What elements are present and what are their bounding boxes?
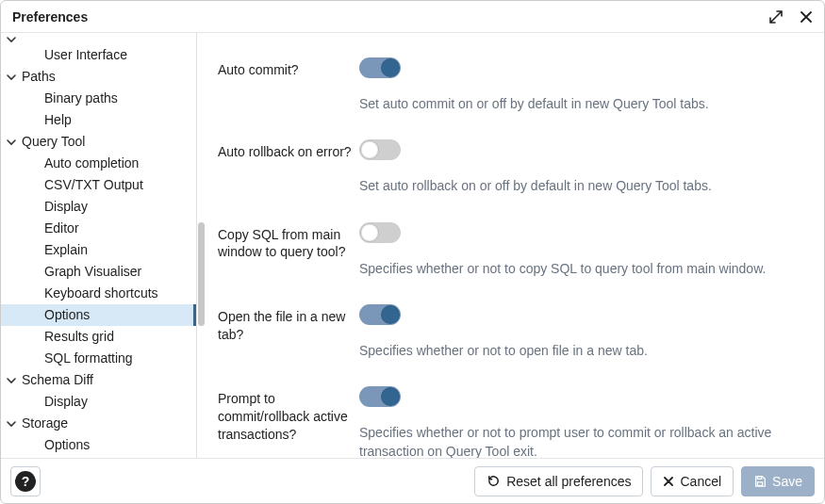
sidebar-item-schema-diff[interactable]: Schema Diff bbox=[1, 369, 196, 391]
chevron-down-icon[interactable] bbox=[5, 376, 18, 385]
toggle[interactable] bbox=[359, 386, 401, 407]
chevron-down-icon[interactable] bbox=[5, 138, 18, 147]
save-icon bbox=[753, 475, 767, 488]
save-label: Save bbox=[772, 474, 802, 489]
setting-description: Specifies whether or not to copy SQL to … bbox=[359, 259, 803, 278]
save-button[interactable]: Save bbox=[741, 466, 815, 496]
sidebar-item-label: Explain bbox=[44, 239, 88, 261]
chevron-down-icon[interactable] bbox=[5, 419, 18, 429]
sidebar-item-label: Display bbox=[44, 196, 88, 218]
sidebar-item-label: SQL formatting bbox=[44, 348, 133, 369]
sidebar-item-label: Auto completion bbox=[44, 153, 139, 174]
sidebar-item-display[interactable]: Display bbox=[1, 391, 196, 413]
sidebar-item-label: CSV/TXT Output bbox=[44, 174, 143, 196]
sidebar-item-csv-txt-output[interactable]: CSV/TXT Output bbox=[1, 174, 196, 196]
setting-row: Auto commit?Set auto commit on or off by… bbox=[218, 57, 803, 113]
svg-rect-1 bbox=[757, 476, 761, 479]
setting-label: Auto rollback on error? bbox=[218, 139, 359, 195]
dialog-title: Preferences bbox=[12, 9, 88, 24]
window-controls bbox=[767, 8, 815, 25]
chevron-down-icon[interactable] bbox=[5, 73, 18, 82]
settings-scroll[interactable]: Auto commit?Set auto commit on or off by… bbox=[197, 33, 824, 458]
reset-label: Reset all preferences bbox=[506, 474, 631, 489]
setting-description: Set auto commit on or off by default in … bbox=[359, 94, 803, 113]
sidebar-item-label: Keyboard shortcuts bbox=[44, 283, 158, 304]
dialog-body: MiscellaneousUser InterfacePathsBinary p… bbox=[1, 33, 824, 458]
setting-description: Set auto rollback on or off by default i… bbox=[359, 176, 803, 195]
sidebar-item-help[interactable]: Help bbox=[1, 109, 196, 131]
setting-label: Prompt to commit/rollback active transac… bbox=[218, 386, 359, 458]
setting-description: Specifies whether or not to prompt user … bbox=[359, 423, 803, 458]
toggle[interactable] bbox=[359, 57, 401, 78]
sidebar-item-label: Results grid bbox=[44, 326, 114, 348]
preferences-tree: MiscellaneousUser InterfacePathsBinary p… bbox=[1, 35, 196, 456]
help-icon: ? bbox=[15, 471, 36, 492]
setting-description: Specifies whether or not to open file in… bbox=[359, 341, 803, 360]
scroll-indicator bbox=[197, 33, 205, 458]
sidebar-item-graph-visualiser[interactable]: Graph Visualiser bbox=[1, 261, 196, 283]
sidebar-item-label: Display bbox=[44, 391, 88, 413]
cancel-button[interactable]: Cancel bbox=[651, 466, 734, 496]
sidebar-item-storage[interactable]: Storage bbox=[1, 413, 196, 434]
sidebar-item-label: Options bbox=[44, 434, 90, 456]
setting-label: Copy SQL from main window to query tool? bbox=[218, 222, 359, 278]
titlebar: Preferences bbox=[1, 1, 824, 33]
sidebar-item-binary-paths[interactable]: Binary paths bbox=[1, 88, 196, 109]
preferences-dialog: Preferences MiscellaneousUser InterfaceP… bbox=[0, 0, 825, 504]
close-icon bbox=[663, 476, 674, 487]
sidebar-item-label: Graph Visualiser bbox=[44, 261, 141, 283]
setting-label: Open the file in a new tab? bbox=[218, 304, 359, 360]
sidebar-item-label: Query Tool bbox=[22, 131, 85, 153]
sidebar-item-paths[interactable]: Paths bbox=[1, 66, 196, 88]
setting-label: Auto commit? bbox=[218, 57, 359, 113]
sidebar-item-sql-formatting[interactable]: SQL formatting bbox=[1, 348, 196, 369]
cancel-label: Cancel bbox=[680, 474, 721, 489]
reset-icon bbox=[487, 474, 501, 488]
sidebar-item-auto-completion[interactable]: Auto completion bbox=[1, 153, 196, 174]
sidebar-item-options[interactable]: Options bbox=[1, 304, 196, 326]
sidebar-item-label: Options bbox=[44, 304, 90, 326]
setting-row: Auto rollback on error?Set auto rollback… bbox=[218, 139, 803, 195]
setting-row: Prompt to commit/rollback active transac… bbox=[218, 386, 803, 458]
sidebar-item-label: Schema Diff bbox=[22, 369, 93, 391]
toggle[interactable] bbox=[359, 139, 401, 160]
reset-button[interactable]: Reset all preferences bbox=[474, 466, 643, 496]
sidebar-item-label: Help bbox=[44, 109, 72, 131]
sidebar-item-label: Storage bbox=[22, 413, 68, 434]
main-panel: Auto commit?Set auto commit on or off by… bbox=[197, 33, 824, 458]
sidebar-item-options[interactable]: Options bbox=[1, 434, 196, 456]
sidebar-item-editor[interactable]: Editor bbox=[1, 218, 196, 239]
sidebar-item-explain[interactable]: Explain bbox=[1, 239, 196, 261]
sidebar[interactable]: MiscellaneousUser InterfacePathsBinary p… bbox=[1, 33, 197, 458]
sidebar-item-query-tool[interactable]: Query Tool bbox=[1, 131, 196, 153]
sidebar-item-miscellaneous[interactable]: Miscellaneous bbox=[1, 35, 196, 44]
close-icon[interactable] bbox=[798, 8, 815, 25]
toggle[interactable] bbox=[359, 222, 401, 243]
sidebar-item-keyboard-shortcuts[interactable]: Keyboard shortcuts bbox=[1, 283, 196, 304]
help-button[interactable]: ? bbox=[10, 466, 41, 496]
footer: ? Reset all preferences Cancel Save bbox=[1, 458, 824, 503]
chevron-down-icon[interactable] bbox=[5, 35, 18, 44]
expand-icon[interactable] bbox=[767, 8, 784, 25]
sidebar-item-label: User Interface bbox=[44, 44, 127, 66]
sidebar-item-user-interface[interactable]: User Interface bbox=[1, 44, 196, 66]
setting-row: Copy SQL from main window to query tool?… bbox=[218, 222, 803, 278]
sidebar-item-display[interactable]: Display bbox=[1, 196, 196, 218]
sidebar-item-label: Binary paths bbox=[44, 88, 118, 109]
svg-rect-0 bbox=[757, 481, 762, 485]
sidebar-item-label: Paths bbox=[22, 66, 56, 88]
sidebar-item-label: Editor bbox=[44, 218, 79, 239]
setting-row: Open the file in a new tab?Specifies whe… bbox=[218, 304, 803, 360]
sidebar-item-results-grid[interactable]: Results grid bbox=[1, 326, 196, 348]
toggle[interactable] bbox=[359, 304, 401, 325]
